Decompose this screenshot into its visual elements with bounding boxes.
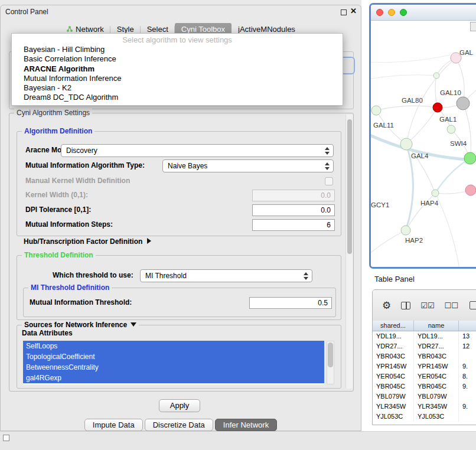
table-row[interactable]: YDL19...YDL19...13 bbox=[373, 331, 476, 341]
network-canvas[interactable]: GALGAL80GAL10GAL11GAL1SWI4GAL4GCY1HAP4HA… bbox=[371, 21, 476, 268]
deselect-all-checkboxes-icon[interactable]: ☐☐ bbox=[445, 302, 458, 309]
dpi-tolerance-field[interactable]: 0.0 bbox=[252, 204, 335, 216]
select-all-checkboxes-icon[interactable]: ☑☑ bbox=[420, 302, 434, 309]
network-node[interactable] bbox=[464, 152, 476, 164]
float-window-icon[interactable] bbox=[341, 9, 347, 15]
network-node[interactable] bbox=[433, 103, 442, 112]
table-cell[interactable]: 9. bbox=[459, 381, 476, 392]
close-window-icon[interactable] bbox=[376, 9, 383, 16]
table-header-row: shared... name bbox=[373, 321, 476, 331]
table-row[interactable]: YDR27...YDR27...12 bbox=[373, 341, 476, 351]
apply-button[interactable]: Apply bbox=[159, 399, 200, 412]
dropdown-item[interactable]: Dream8 DC_TDC Algorithm bbox=[12, 93, 343, 102]
tab-discretize-data[interactable]: Discretize Data bbox=[145, 419, 213, 431]
dropdown-item[interactable]: Basic Correlation Inference bbox=[12, 54, 343, 64]
table-cell[interactable]: YBR045C bbox=[373, 381, 414, 392]
zoom-window-icon[interactable] bbox=[400, 9, 407, 16]
tab-impute-data[interactable]: Impute Data bbox=[84, 419, 143, 431]
table-cell[interactable]: 9. bbox=[459, 402, 476, 412]
table-cell[interactable]: YER054C bbox=[373, 371, 414, 381]
network-node[interactable] bbox=[371, 106, 381, 115]
kernel-width-field: 0.0 bbox=[252, 190, 335, 201]
table-cell[interactable]: YDL19... bbox=[373, 331, 414, 341]
network-window-titlebar[interactable] bbox=[371, 5, 476, 21]
network-node[interactable] bbox=[433, 73, 439, 79]
table-cell[interactable]: 12 bbox=[459, 341, 476, 351]
gear-icon[interactable]: ⚙ bbox=[382, 301, 391, 311]
dropdown-item-selected[interactable]: ARACNE Algorithm bbox=[12, 64, 343, 74]
network-tab-icon bbox=[66, 25, 73, 32]
table-cell[interactable]: YDL19... bbox=[414, 331, 459, 341]
dropdown-item[interactable]: Bayesian - K2 bbox=[12, 83, 343, 93]
table-row[interactable]: YLR345WYLR345W9. bbox=[373, 402, 476, 412]
table-function-icon[interactable] bbox=[470, 301, 476, 309]
table-cell[interactable] bbox=[459, 412, 476, 422]
network-node[interactable] bbox=[447, 125, 455, 133]
mi-steps-field[interactable]: 6 bbox=[252, 219, 335, 231]
hub-transcription-factor-section[interactable]: Hub/Transcription Factor Definition bbox=[24, 237, 151, 246]
canvas-corner-widget[interactable] bbox=[470, 22, 476, 31]
network-node-label: GAL1 bbox=[439, 116, 457, 123]
mi-threshold-group-title: MI Threshold Definition bbox=[28, 283, 112, 292]
network-node[interactable] bbox=[465, 185, 476, 195]
table-cell[interactable]: YER054C bbox=[414, 371, 459, 381]
data-attributes-list[interactable]: SelfLoops TopologicalCoefficient Between… bbox=[23, 341, 324, 384]
combo-stepper-icon bbox=[325, 162, 330, 170]
network-node[interactable] bbox=[401, 226, 410, 235]
attribute-item-selected[interactable]: SelfLoops bbox=[23, 341, 324, 351]
network-node[interactable] bbox=[457, 97, 470, 110]
table-cell[interactable]: YDR27... bbox=[414, 341, 459, 351]
table-cell[interactable]: YDR27... bbox=[373, 341, 414, 351]
mi-algorithm-type-select[interactable]: Naive Bayes bbox=[162, 159, 334, 172]
tab-infer-network[interactable]: Infer Network bbox=[215, 419, 277, 431]
columns-icon[interactable] bbox=[401, 302, 410, 309]
table-row[interactable]: YBL079WYBL079W bbox=[373, 392, 476, 402]
table-cell[interactable]: 8. bbox=[459, 371, 476, 381]
table-cell[interactable]: YJL053C bbox=[373, 412, 414, 422]
table-row[interactable]: YPR145WYPR145W9. bbox=[373, 361, 476, 371]
dropdown-item[interactable]: Mutual Information Inference bbox=[12, 74, 343, 83]
which-threshold-select[interactable]: MI Threshold bbox=[140, 269, 312, 282]
expand-right-icon bbox=[147, 238, 151, 244]
table-cell[interactable]: YBR043C bbox=[414, 351, 459, 361]
attribute-item-selected[interactable]: TopologicalCoefficient bbox=[23, 351, 324, 362]
table-cell[interactable]: YPR145W bbox=[414, 361, 459, 371]
tab-label: Style bbox=[117, 25, 134, 34]
settings-scrollbar-thumb[interactable] bbox=[347, 119, 352, 254]
table-cell[interactable]: YBL079W bbox=[373, 392, 414, 402]
mi-threshold-field[interactable]: 0.5 bbox=[249, 297, 332, 309]
table-cell[interactable] bbox=[459, 392, 476, 402]
close-icon[interactable]: ✕ bbox=[350, 6, 357, 15]
attribute-item-selected[interactable]: gal4RGexp bbox=[23, 373, 324, 383]
table-cell[interactable]: YLR345W bbox=[414, 402, 459, 412]
column-header-shared-name[interactable]: shared... bbox=[373, 321, 414, 331]
table-row[interactable]: YJL053CYJL053C bbox=[373, 412, 476, 422]
manual-kernel-width-label: Manual Kernel Width Definition bbox=[25, 174, 130, 187]
table-cell[interactable]: YJL053C bbox=[414, 412, 459, 422]
table-row[interactable]: YBR043CYBR043C bbox=[373, 351, 476, 361]
table-cell[interactable]: YBR043C bbox=[373, 351, 414, 361]
table-cell[interactable] bbox=[459, 351, 476, 361]
table-cell[interactable]: YPR145W bbox=[373, 361, 414, 371]
table-cell[interactable]: YBL079W bbox=[414, 392, 459, 402]
network-node[interactable] bbox=[400, 138, 412, 150]
table-cell[interactable]: YBR045C bbox=[414, 381, 459, 392]
network-node[interactable] bbox=[432, 190, 439, 197]
table-cell[interactable]: 13 bbox=[459, 331, 476, 341]
column-header-extra[interactable] bbox=[459, 321, 476, 331]
table-cell[interactable]: YLR345W bbox=[373, 402, 414, 412]
network-edge bbox=[376, 106, 438, 110]
attributes-list-scrollbar[interactable] bbox=[327, 341, 334, 384]
column-header-name[interactable]: name bbox=[414, 321, 459, 331]
minimize-window-icon[interactable] bbox=[388, 9, 395, 16]
settings-scrollbar[interactable] bbox=[345, 115, 353, 389]
attribute-item-selected[interactable]: BetweennessCentrality bbox=[23, 362, 324, 373]
table-row[interactable]: YBR045CYBR045C9. bbox=[373, 381, 476, 392]
algorithm-definition-group: Algorithm Definition Aracne Mode: Discov… bbox=[17, 131, 341, 236]
restore-panel-icon[interactable] bbox=[3, 435, 9, 441]
table-row[interactable]: YER054CYER054C8. bbox=[373, 371, 476, 381]
table-cell[interactable]: 9. bbox=[459, 361, 476, 371]
data-attributes-label: Data Attributes bbox=[22, 327, 73, 340]
dropdown-item[interactable]: Bayesian - Hill Climbing bbox=[12, 45, 343, 54]
aracne-mode-select[interactable]: Discovery bbox=[61, 144, 334, 157]
